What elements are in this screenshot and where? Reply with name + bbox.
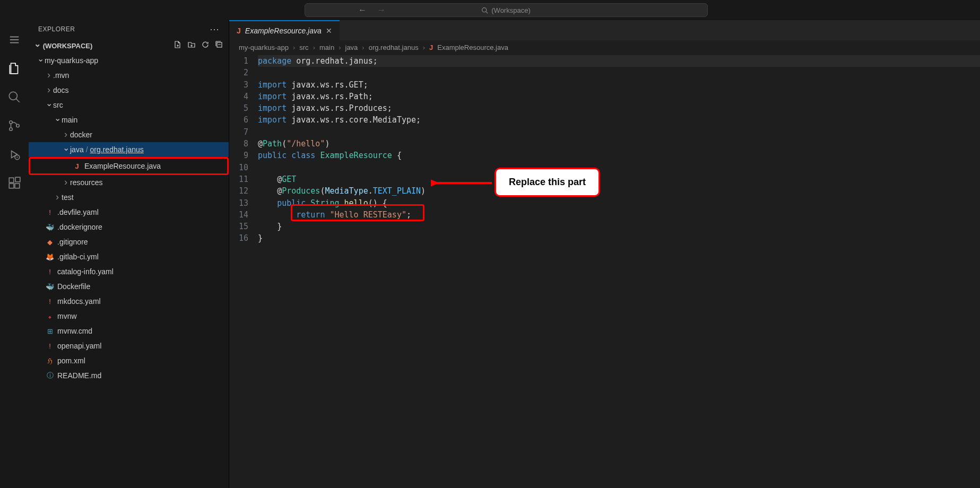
- svg-rect-10: [9, 184, 14, 188]
- file-dockerignore[interactable]: 🐳.dockerignore: [29, 220, 229, 234]
- folder-label: resources: [70, 178, 102, 187]
- folder-label: src: [53, 101, 63, 109]
- chevron-down-icon: [62, 144, 70, 154]
- svg-point-4: [10, 121, 12, 124]
- breadcrumb-segment[interactable]: ExampleResource.java: [437, 43, 508, 51]
- search-icon: [481, 7, 488, 14]
- chevron-right-icon: [45, 84, 53, 95]
- search-placeholder: (Workspace): [491, 6, 530, 14]
- editor-tabs: J ExampleResource.java ✕: [229, 20, 980, 40]
- file-dockerfile[interactable]: 🐳Dockerfile: [29, 279, 229, 294]
- breadcrumb-segment[interactable]: java: [345, 43, 358, 51]
- breadcrumb-segment[interactable]: my-quarkus-app: [239, 43, 289, 51]
- chevron-right-icon: [45, 69, 53, 81]
- line-numbers: 1234 5678 9101112 13141516: [229, 55, 258, 245]
- explorer-title: EXPLORER: [38, 25, 75, 33]
- breadcrumb-segment[interactable]: main: [319, 43, 334, 51]
- breadcrumbs[interactable]: my-quarkus-app› src› main› java› org.red…: [229, 40, 980, 54]
- file-label: ExampleResource.java: [84, 162, 161, 170]
- editor-area: J ExampleResource.java ✕ my-quarkus-app›…: [229, 20, 980, 488]
- folder-docs[interactable]: docs: [29, 83, 229, 98]
- folder-project[interactable]: my-quarkus-app: [29, 53, 229, 68]
- file-mvnw[interactable]: ⬥mvnw: [29, 309, 229, 324]
- git-file-icon: ◆: [45, 238, 55, 246]
- file-example-resource[interactable]: JExampleResource.java: [30, 159, 227, 173]
- file-label: catalog-info.yaml: [57, 267, 114, 276]
- file-readme[interactable]: ⓘREADME.md: [29, 368, 229, 383]
- svg-point-0: [482, 7, 487, 12]
- folder-label: docs: [53, 86, 69, 94]
- folder-src[interactable]: src: [29, 98, 229, 112]
- folder-test[interactable]: test: [29, 190, 229, 205]
- tab-example-resource[interactable]: J ExampleResource.java ✕: [229, 20, 340, 40]
- file-label: .dockerignore: [57, 223, 102, 231]
- nav-back-button[interactable]: ←: [358, 5, 367, 15]
- file-label: pom.xml: [57, 356, 85, 365]
- annotation-callout: Replace this part: [495, 168, 600, 197]
- windows-file-icon: ⊞: [45, 327, 55, 335]
- file-gitlab-ci[interactable]: 🦊.gitlab-ci.yml: [29, 249, 229, 264]
- menu-icon[interactable]: [7, 33, 21, 47]
- workspace-header[interactable]: (WORKSPACE): [29, 38, 229, 52]
- folder-resources[interactable]: resources: [29, 175, 229, 190]
- file-devfile[interactable]: !.devfile.yaml: [29, 205, 229, 220]
- svg-point-8: [16, 156, 18, 158]
- new-file-button[interactable]: [174, 40, 182, 50]
- chevron-right-icon: [53, 191, 62, 203]
- file-label: Dockerfile: [57, 282, 90, 291]
- file-openapi[interactable]: !openapi.yaml: [29, 338, 229, 353]
- extensions-icon[interactable]: [7, 176, 21, 190]
- new-folder-button[interactable]: [187, 40, 196, 50]
- search-activity-icon[interactable]: [7, 90, 21, 104]
- yaml-file-icon: !: [45, 342, 55, 350]
- nav-forward-button[interactable]: →: [377, 5, 386, 15]
- file-pom[interactable]: ℌpom.xml: [29, 353, 229, 368]
- nav-buttons: ← →: [358, 5, 386, 15]
- explorer-more-button[interactable]: ⋯: [210, 23, 220, 35]
- svg-point-5: [10, 128, 12, 130]
- workspace-label: (WORKSPACE): [43, 42, 93, 50]
- workspace-actions: [174, 40, 223, 50]
- maven-file-icon: ⬥: [45, 312, 55, 320]
- info-file-icon: ⓘ: [45, 371, 55, 380]
- file-tree: my-quarkus-app .mvn docs src main docker…: [29, 52, 229, 383]
- folder-java-package[interactable]: java/org.redhat.janus: [29, 142, 229, 157]
- file-catalog-info[interactable]: !catalog-info.yaml: [29, 264, 229, 279]
- gitlab-file-icon: 🦊: [45, 253, 55, 261]
- svg-point-6: [16, 124, 19, 127]
- file-label: .gitignore: [57, 238, 88, 246]
- folder-label: java: [70, 145, 84, 154]
- chevron-down-icon: [36, 55, 45, 65]
- breadcrumb-segment[interactable]: src: [299, 43, 308, 51]
- breadcrumb-segment[interactable]: org.redhat.janus: [369, 43, 419, 51]
- debug-icon[interactable]: [7, 147, 21, 161]
- close-tab-button[interactable]: ✕: [326, 27, 332, 35]
- code-editor[interactable]: 1234 5678 9101112 13141516 package org.r…: [229, 54, 980, 245]
- file-mvnw-cmd[interactable]: ⊞mvnw.cmd: [29, 324, 229, 338]
- chevron-right-icon: [62, 177, 70, 188]
- xml-file-icon: ℌ: [45, 357, 55, 365]
- folder-main[interactable]: main: [29, 112, 229, 127]
- package-label: org.redhat.janus: [90, 145, 144, 154]
- chevron-down-icon: [53, 115, 62, 125]
- docker-file-icon: 🐳: [45, 223, 55, 231]
- code-content[interactable]: package org.redhat.janus; import javax.w…: [258, 55, 980, 245]
- file-gitignore[interactable]: ◆.gitignore: [29, 234, 229, 249]
- chevron-right-icon: [62, 129, 70, 140]
- svg-rect-12: [15, 177, 20, 182]
- file-label: mvnw.cmd: [57, 327, 92, 335]
- refresh-button[interactable]: [201, 40, 210, 50]
- explorer-icon[interactable]: [7, 62, 21, 75]
- file-mkdocs[interactable]: !mkdocs.yaml: [29, 294, 229, 309]
- tab-label: ExampleResource.java: [245, 27, 322, 35]
- folder-label: my-quarkus-app: [45, 56, 98, 65]
- chevron-down-icon: [34, 42, 41, 50]
- yaml-file-icon: !: [45, 268, 55, 276]
- explorer-sidebar: EXPLORER ⋯ (WORKSPACE) my-quarkus-app .m…: [29, 20, 229, 488]
- folder-mvn[interactable]: .mvn: [29, 68, 229, 83]
- folder-docker[interactable]: docker: [29, 127, 229, 142]
- source-control-icon[interactable]: [7, 119, 21, 133]
- collapse-all-button[interactable]: [215, 40, 223, 50]
- svg-rect-9: [9, 178, 14, 182]
- folder-label: test: [62, 193, 74, 202]
